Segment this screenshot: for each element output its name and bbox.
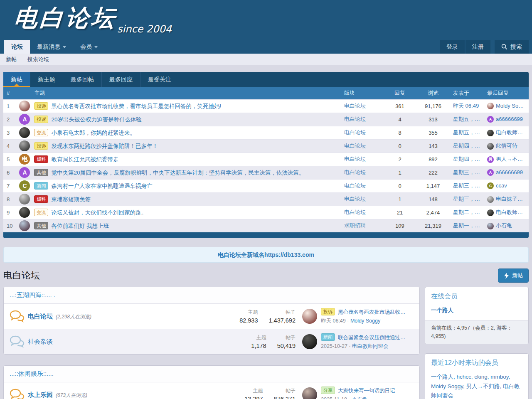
posted-time-link[interactable]: 星期四，… [453,156,480,162]
forum-link[interactable]: 电白论坛 [344,182,366,189]
tab-new-posts[interactable]: 新帖 [3,72,30,87]
topic-link[interactable]: 柬埔寨短期免签 [51,196,91,202]
avatar[interactable] [19,140,30,151]
forum-link[interactable]: 电白论坛 [344,209,366,215]
forum-link[interactable]: 电白论坛 [344,169,366,175]
posted-time-link[interactable]: 星期一，… [453,222,480,229]
last-reply-user-link[interactable]: 小石龟 [496,222,512,229]
last-reply-user-link[interactable]: a66666699 [496,169,523,175]
category-header[interactable]: ...:五湖四海::.... . [4,287,419,303]
subnav-search-forum-link[interactable]: 搜索论坛 [27,56,49,63]
topic-link[interactable]: 党中央第20届四中全会，反腐旗帜鲜明，中央下达新五年计划：坚持科学决策，民主决策… [51,170,304,176]
avatar[interactable] [19,101,30,111]
nav-tab-news[interactable]: 最新消息 [30,40,73,54]
posted-time-link[interactable]: 星期五，… [453,129,480,135]
topic-tag[interactable]: 其他 [34,169,48,176]
recent-visitors-list[interactable]: 一个路人, hchcc, cking, mmboy, Moldy Soggy, … [425,372,528,399]
last-reply-avatar[interactable] [487,223,494,229]
forum-name-link[interactable]: 社会杂谈 [28,338,53,346]
topic-tag[interactable]: 交流 [34,129,48,136]
latest-post-tag[interactable]: 新闻 [321,333,335,341]
latest-post-link[interactable]: 大家快来写一句话的日记 [338,388,395,394]
last-reply-user-link[interactable]: Moldy So… [496,103,524,109]
register-button[interactable]: 注册 [466,40,490,54]
forum-name-link[interactable]: 电白论坛 [28,313,53,320]
site-logo[interactable]: 电白论坛 [13,2,118,34]
tab-new-topics[interactable]: 新主题 [30,72,63,87]
latest-post-author-link[interactable]: Moldy Soggy [350,318,380,324]
forum-link[interactable]: 电白论坛 [344,196,366,202]
latest-post-link[interactable]: 联合国紧急会议压倒性通过… [338,335,406,340]
latest-post-tag[interactable]: 分享 [321,387,335,394]
topic-link[interactable]: 黑心茂名粤西农批市场乱收费，看市场员工是怎样回答的，笑死她妈! [51,103,221,109]
forum-link[interactable]: 求职招聘 [344,222,366,229]
last-reply-avatar[interactable]: C [487,182,494,189]
last-reply-avatar[interactable] [487,209,494,216]
site-notice[interactable]: 电白论坛全新域名https://db133.com [3,247,529,263]
topic-tag[interactable]: 新闻 [34,182,48,190]
latest-post-author-link[interactable]: 小石龟 [352,397,367,399]
last-reply-user-link[interactable]: 男人→不… [496,156,523,162]
avatar[interactable]: A [19,167,30,178]
nav-tab-members[interactable]: 会员 [73,40,105,54]
forum-link[interactable]: 电白论坛 [344,156,366,162]
topic-link[interactable]: 各位前辈们好 我想上班 [51,223,109,229]
last-reply-avatar[interactable]: 男 [487,156,494,163]
avatar[interactable]: A [19,114,30,125]
latest-post-avatar[interactable] [302,334,317,349]
posted-time-link[interactable]: 星期三，… [453,169,480,175]
topic-tag[interactable]: 投诉 [34,142,48,150]
forum-link[interactable]: 电白论坛 [344,103,366,109]
last-reply-avatar[interactable]: A [487,169,494,176]
latest-post-tag[interactable]: 投诉 [321,308,335,315]
topic-tag[interactable]: 交流 [34,209,48,216]
last-reply-avatar[interactable] [487,130,494,136]
posted-time-link[interactable]: 星期二，… [453,209,480,215]
latest-post-avatar[interactable] [302,387,317,399]
topic-tag[interactable]: 投诉 [34,102,48,110]
latest-post-avatar[interactable] [302,309,317,324]
subnav-new-posts-link[interactable]: 新帖 [6,56,17,63]
forum-link[interactable]: 电白论坛 [344,116,366,122]
tab-most-reactions[interactable]: 最多回应 [102,72,140,87]
tab-most-replies[interactable]: 最多回帖 [63,72,102,87]
last-reply-user-link[interactable]: 电白教师… [496,129,523,135]
latest-post-link[interactable]: 黑心茂名粤西农批市场乱收… [338,309,406,315]
new-post-button[interactable]: 新帖 [498,268,529,283]
forum-link[interactable]: 电白论坛 [344,129,366,135]
nav-tab-forum[interactable]: 论坛 [4,40,30,54]
login-button[interactable]: 登录 [440,40,465,54]
forum-name-link[interactable]: 水上乐园 [28,391,53,399]
last-reply-avatar[interactable] [487,196,494,203]
avatar[interactable] [19,194,30,204]
topic-tag[interactable]: 爆料 [34,155,48,163]
last-reply-user-link[interactable]: 电白妹子… [496,196,523,202]
topic-link[interactable]: 小泉石龟太郎，你妈的赶紧进来。 [51,130,135,136]
last-reply-user-link[interactable]: 此情可待 [496,143,517,149]
avatar[interactable] [19,207,30,218]
forum-link[interactable]: 电白论坛 [344,143,366,149]
avatar[interactable] [19,127,30,138]
posted-time-link[interactable]: 星期三，… [453,196,480,202]
posted-time-link[interactable]: 星期四，… [453,143,480,149]
topic-tag[interactable]: 其他 [34,222,48,229]
avatar[interactable] [19,220,30,231]
tab-most-watched[interactable]: 最受关注 [140,72,179,87]
topic-link[interactable]: 论坛又被封，大伙们找不到回家的路。 [51,209,147,216]
topic-link[interactable]: 教育局长江允武被纪委带走 [51,156,118,163]
last-reply-user-link[interactable]: 电白教师… [496,209,523,215]
last-reply-user-link[interactable]: ccav [496,182,507,189]
topic-tag[interactable]: 投诉 [34,116,48,123]
topic-link[interactable]: 发现水东两处路段沙井盖像陷阱！已多年！ [51,143,158,149]
posted-time-link[interactable]: 星期五，… [453,116,480,122]
last-reply-avatar[interactable] [487,143,494,150]
avatar[interactable]: C [19,180,30,191]
last-reply-avatar[interactable]: A [487,116,494,123]
topic-link[interactable]: 森沟村一户人家在家中熟睡遭遇车祸身亡 [51,183,152,189]
latest-post-author-link[interactable]: 电白教师同盟会 [352,343,389,349]
avatar[interactable]: 电 [19,154,30,165]
posted-time-link[interactable]: 星期三，… [453,182,480,189]
search-button[interactable]: 搜索 [495,40,529,54]
topic-tag[interactable]: 爆料 [34,195,48,203]
category-header[interactable]: ...::休闲娱乐::.... [4,366,419,382]
